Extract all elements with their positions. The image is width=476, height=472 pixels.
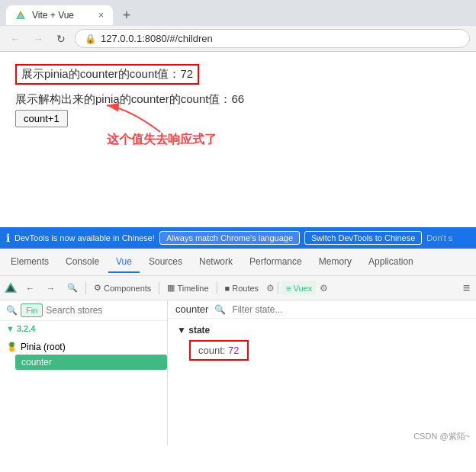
tab-bar: Vite + Vue × + (0, 0, 476, 26)
store-name: counter (175, 303, 208, 315)
vue-logo-icon (3, 281, 18, 296)
pinia-root-label: Pinia (root) (21, 342, 66, 352)
pinia-icon: 🍍 (6, 342, 18, 352)
tab-elements[interactable]: Elements (3, 252, 56, 273)
search-icon: 🔍 (6, 305, 18, 316)
timeline-tab[interactable]: ▦ Timeline (162, 281, 213, 295)
forward-button[interactable]: → (29, 30, 47, 48)
filter-icon: 🔍 (214, 304, 226, 315)
lock-icon: 🔒 (85, 34, 96, 44)
routes-icon: ■ (225, 284, 230, 293)
notify-text: DevTools is now available in Chinese! (14, 233, 155, 242)
search-bar: 🔍 Fin document.querySelector('[data-name… (0, 300, 167, 321)
refresh-button[interactable]: ↻ (52, 30, 70, 48)
version-label: ▼ 3.2.4 (0, 321, 167, 336)
routes-gear-icon[interactable]: ⚙ (266, 283, 275, 294)
state-section-label: ▼ state (177, 325, 467, 336)
tab-close-button[interactable]: × (98, 10, 104, 21)
vuex-gear-icon[interactable]: ⚙ (320, 283, 328, 294)
tab-vue[interactable]: Vue (108, 252, 140, 273)
toolbar-separator-2 (159, 282, 159, 294)
search-stores-input[interactable] (46, 305, 161, 316)
vue-forward-button[interactable]: → (42, 281, 60, 295)
vue-back-icon: ← (26, 284, 34, 293)
toolbar-separator-1 (85, 282, 86, 294)
components-icon: ⚙ (94, 283, 101, 293)
tab-title: Vite + Vue (32, 10, 74, 21)
info-icon: ℹ (6, 232, 10, 244)
toolbar-separator-4 (278, 282, 278, 294)
right-header: counter 🔍 document.querySelector('[data-… (168, 300, 476, 319)
vue-search-icon: 🔍 (67, 283, 78, 293)
nav-bar: ← → ↻ 🔒 127.0.0.1:8080/#/children (0, 26, 476, 51)
devtools-notify-bar: ℹ DevTools is now available in Chinese! … (0, 227, 476, 249)
count-value-label: 72 (228, 345, 239, 356)
components-tab[interactable]: ⚙ Components (89, 281, 156, 295)
store-tree: 🍍 Pinia (root) counter (0, 336, 167, 373)
tab-memory[interactable]: Memory (311, 252, 359, 273)
pinia-root-item[interactable]: 🍍 Pinia (root) (0, 339, 167, 355)
page-content: 展示pinia的counter的count值：72 展示解构出来的pinia的c… (0, 52, 476, 227)
tab-network[interactable]: Network (191, 252, 240, 273)
browser-chrome: Vite + Vue × + ← → ↻ 🔒 127.0.0.1:8080/#/… (0, 0, 476, 52)
routes-label: Routes (232, 284, 259, 293)
toolbar-separator-3 (217, 282, 217, 294)
back-button[interactable]: ← (6, 30, 24, 48)
vue-toolbar: ← → 🔍 ⚙ Components ▦ Timeline ■ Routes ⚙… (0, 276, 476, 300)
state-values: count: 72 (177, 340, 467, 361)
pinia-counter-line: 展示pinia的counter的count值：72 (15, 64, 199, 85)
tab-application[interactable]: Application (361, 252, 421, 273)
address-text: 127.0.0.1:8080/#/children (101, 33, 213, 44)
left-panel: 🔍 Fin document.querySelector('[data-name… (0, 300, 168, 445)
csdn-watermark: CSDN @紫陌~ (413, 431, 470, 442)
vue-search-button[interactable]: 🔍 (63, 281, 82, 295)
state-content: ▼ state count: 72 (168, 319, 476, 367)
tab-favicon (15, 10, 26, 21)
vuex-icon: ≡ (286, 284, 291, 293)
tab-performance[interactable]: Performance (242, 252, 310, 273)
vue-back-button[interactable]: ← (21, 281, 39, 295)
new-tab-button[interactable]: + (116, 5, 137, 26)
routes-tab[interactable]: ■ Routes (220, 281, 264, 295)
dont-button[interactable]: Don't s (426, 233, 452, 242)
destructured-counter-line: 展示解构出来的pinia的counter的count值：66 (15, 92, 461, 107)
vuex-label: Vuex (293, 284, 312, 293)
match-language-button[interactable]: Always match Chrome's language (159, 231, 300, 245)
right-panel: counter 🔍 document.querySelector('[data-… (168, 300, 476, 445)
vuex-tab[interactable]: ≡ Vuex (281, 281, 317, 295)
counter-store-item[interactable]: counter (15, 355, 167, 370)
fin-tab[interactable]: Fin (21, 303, 43, 317)
count-button-wrapper: count+1 (15, 110, 461, 127)
tab-sources[interactable]: Sources (141, 252, 190, 273)
devtools-content: 🔍 Fin document.querySelector('[data-name… (0, 300, 476, 445)
components-label: Components (104, 284, 151, 293)
switch-language-button[interactable]: Switch DevTools to Chinese (304, 231, 422, 245)
count-value-box: count: 72 (189, 340, 249, 361)
count-plus-button[interactable]: count+1 (15, 110, 68, 127)
count-key-label: count: (198, 345, 225, 356)
devtools-tabs: Elements Console Vue Sources Network Per… (0, 249, 476, 276)
menu-icon[interactable]: ≡ (460, 278, 473, 298)
vue-forward-icon: → (47, 284, 55, 293)
annotation-text: 这个值失去响应式了 (107, 132, 217, 148)
destructured-value: 66 (231, 92, 244, 105)
timeline-icon: ▦ (167, 283, 175, 293)
address-bar[interactable]: 🔒 127.0.0.1:8080/#/children (75, 29, 470, 48)
tab-console[interactable]: Console (58, 252, 107, 273)
store-tree-indent: counter (0, 355, 167, 370)
filter-state-input[interactable] (232, 304, 468, 315)
timeline-label: Timeline (177, 284, 208, 293)
active-tab[interactable]: Vite + Vue × (6, 5, 113, 25)
svg-marker-2 (19, 11, 22, 14)
